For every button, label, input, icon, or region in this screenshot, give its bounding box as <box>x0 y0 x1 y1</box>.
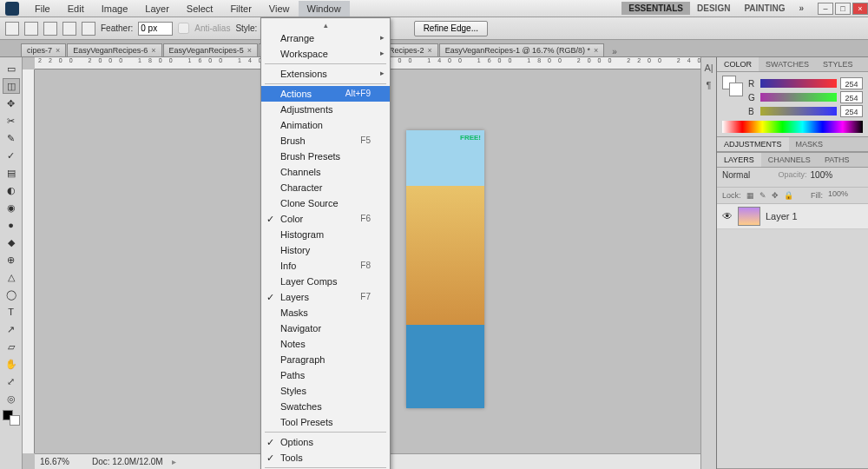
menu-item-character[interactable]: Character <box>261 180 390 195</box>
menu-item-paths[interactable]: Paths <box>261 367 390 383</box>
lasso-tool[interactable]: ✥ <box>3 96 20 111</box>
zoom-tool[interactable]: ◎ <box>3 391 20 406</box>
menu-item-color[interactable]: ✓ColorF6 <box>261 211 390 227</box>
close-icon[interactable]: × <box>594 46 598 55</box>
path-tool[interactable]: ↗ <box>3 321 20 337</box>
tab-adjustments[interactable]: ADJUSTMENTS <box>717 137 789 151</box>
layer-row[interactable]: 👁 Layer 1 <box>717 204 868 229</box>
tab-scroll[interactable]: » <box>608 47 621 56</box>
menu-layer[interactable]: Layer <box>136 1 178 17</box>
zoom-level[interactable]: 16.67% <box>40 457 83 466</box>
doc-tab[interactable]: EasyVeganRecipes-6× <box>67 43 161 56</box>
move-tool[interactable]: ▭ <box>3 61 20 76</box>
b-value[interactable]: 254 <box>840 105 863 117</box>
menu-item-actions[interactable]: ActionsAlt+F9 <box>261 86 390 102</box>
doc-tab[interactable]: EasyVeganRecipes-1 @ 16.7% (RGB/8) *× <box>439 43 604 56</box>
menu-view[interactable]: View <box>260 1 299 17</box>
spectrum[interactable] <box>722 121 863 133</box>
stamp-tool[interactable]: ◐ <box>3 182 20 198</box>
menu-item-clone-source[interactable]: Clone Source <box>261 195 390 211</box>
menu-item-history[interactable]: History <box>261 242 390 258</box>
marquee-rect-icon[interactable] <box>24 22 38 36</box>
eraser-tool[interactable]: ● <box>3 217 20 233</box>
r-value[interactable]: 254 <box>840 77 863 89</box>
workspace-more[interactable]: » <box>792 2 811 15</box>
refine-edge-button[interactable]: Refine Edge... <box>414 21 488 36</box>
hand-tool[interactable]: ✋ <box>3 356 20 372</box>
menu-item-workspace[interactable]: Workspace <box>261 46 390 62</box>
visibility-icon[interactable]: 👁 <box>722 210 733 222</box>
menu-item-options[interactable]: ✓Options <box>261 434 390 450</box>
marquee-tool[interactable]: ◫ <box>3 78 20 94</box>
window-min[interactable]: – <box>818 3 833 15</box>
type-tool[interactable]: T <box>3 304 20 320</box>
history-brush-tool[interactable]: ◉ <box>3 200 20 215</box>
close-icon[interactable]: × <box>247 46 252 55</box>
tab-masks[interactable]: MASKS <box>789 137 831 151</box>
menu-item-tool-presets[interactable]: Tool Presets <box>261 414 390 430</box>
marquee-add-icon[interactable] <box>43 22 57 36</box>
menu-item-extensions[interactable]: Extensions <box>261 66 390 82</box>
workspace-painting[interactable]: PAINTING <box>737 2 792 15</box>
menu-item-channels[interactable]: Channels <box>261 164 390 180</box>
r-slider[interactable] <box>760 79 837 88</box>
doc-tab[interactable]: EasyVeganRecipes-5× <box>163 43 258 56</box>
window-close[interactable]: × <box>852 3 868 15</box>
tab-swatches[interactable]: SWATCHES <box>759 57 816 71</box>
menu-window[interactable]: Window <box>299 1 350 17</box>
lock-pixels-icon[interactable]: ✎ <box>760 191 766 200</box>
window-max[interactable]: □ <box>835 3 851 15</box>
menu-item-masks[interactable]: Masks <box>261 305 390 320</box>
menu-item-info[interactable]: InfoF8 <box>261 258 390 274</box>
close-icon[interactable]: × <box>151 46 155 55</box>
menu-item-histogram[interactable]: Histogram <box>261 227 390 242</box>
blend-mode-select[interactable]: Normal <box>722 170 775 184</box>
tab-layers[interactable]: LAYERS <box>717 153 761 167</box>
scroll-up-icon[interactable]: ▴ <box>261 20 390 30</box>
menu-item-animation[interactable]: Animation <box>261 117 390 133</box>
tab-channels[interactable]: CHANNELS <box>761 153 818 167</box>
g-slider[interactable] <box>760 93 837 102</box>
shape-tool[interactable]: ▱ <box>3 339 20 354</box>
menu-select[interactable]: Select <box>178 1 222 17</box>
menu-edit[interactable]: Edit <box>59 1 93 17</box>
layer-name[interactable]: Layer 1 <box>766 211 798 221</box>
menu-item-tools[interactable]: ✓Tools <box>261 450 390 466</box>
close-icon[interactable]: × <box>56 46 60 55</box>
feather-input[interactable] <box>138 22 173 36</box>
marquee-int-icon[interactable] <box>82 22 95 36</box>
blur-tool[interactable]: ⊕ <box>3 252 20 268</box>
menu-item-arrange[interactable]: Arrange <box>261 30 390 46</box>
menu-item-brush-presets[interactable]: Brush Presets <box>261 149 390 164</box>
tab-color[interactable]: COLOR <box>717 57 759 71</box>
menu-item-layers[interactable]: ✓LayersF7 <box>261 289 390 305</box>
eyedropper-tool[interactable]: ✎ <box>3 130 20 146</box>
fg-bg-swatch[interactable] <box>3 410 20 426</box>
dodge-tool[interactable]: △ <box>3 269 20 285</box>
g-value[interactable]: 254 <box>840 91 863 103</box>
doc-tab[interactable]: cipes-7× <box>21 43 66 56</box>
menu-file[interactable]: File <box>26 1 59 17</box>
lock-transparent-icon[interactable]: ▦ <box>746 191 754 200</box>
gradient-tool[interactable]: ◆ <box>3 234 20 250</box>
menu-item-adjustments[interactable]: Adjustments <box>261 102 390 117</box>
opacity-input[interactable]: 100% <box>811 170 864 184</box>
menu-image[interactable]: Image <box>93 1 137 17</box>
marquee-sub-icon[interactable] <box>62 22 76 36</box>
fill-input[interactable]: 100% <box>828 189 863 201</box>
menu-item-navigator[interactable]: Navigator <box>261 320 390 336</box>
color-swatch[interactable] <box>722 76 743 96</box>
rotate-tool[interactable]: ⤢ <box>3 373 20 389</box>
brush-tool[interactable]: ▤ <box>3 165 20 181</box>
healing-tool[interactable]: ✓ <box>3 148 20 163</box>
menu-filter[interactable]: Filter <box>221 1 260 17</box>
menu-item-layer-comps[interactable]: Layer Comps <box>261 274 390 289</box>
paragraph-panel-icon[interactable]: ¶ <box>707 80 712 90</box>
crop-tool[interactable]: ✂ <box>3 113 20 129</box>
b-slider[interactable] <box>760 107 837 116</box>
workspace-essentials[interactable]: ESSENTIALS <box>621 2 690 15</box>
menu-item-notes[interactable]: Notes <box>261 336 390 352</box>
menu-item-swatches[interactable]: Swatches <box>261 399 390 414</box>
close-icon[interactable]: × <box>428 46 432 55</box>
tool-preset-icon[interactable] <box>5 22 19 36</box>
